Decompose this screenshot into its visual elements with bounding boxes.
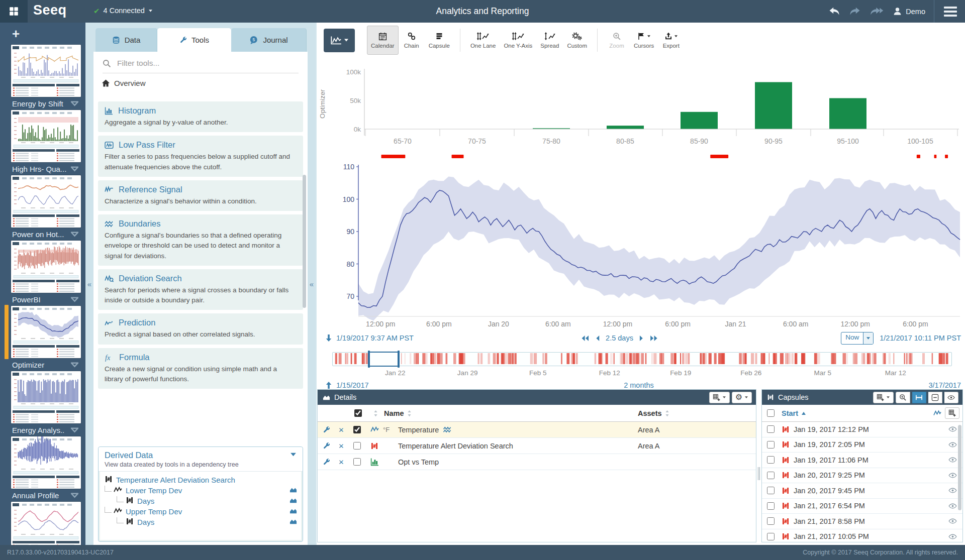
sidebar-collapse-strip[interactable]: « [85, 23, 93, 545]
eye-icon[interactable] [948, 502, 957, 510]
tab-data[interactable]: Data [95, 28, 157, 52]
eye-icon[interactable] [948, 517, 957, 525]
worksheet-item[interactable] [0, 502, 85, 545]
investigate-range-start[interactable]: 1/15/2017 [336, 381, 369, 389]
worksheet-label[interactable]: Energy Analys.. [12, 423, 78, 436]
cursors-button[interactable]: Cursors [630, 26, 658, 55]
worksheet-item-energy-analys[interactable]: Energy Analys.. [0, 371, 85, 436]
wrench-icon[interactable] [323, 426, 330, 433]
eye-icon[interactable] [948, 456, 957, 464]
item-name[interactable]: Temperature Alert Deviation Search [398, 442, 513, 450]
worksheet-thumbnail[interactable] [11, 371, 81, 423]
eye-icon[interactable] [948, 532, 957, 541]
capsule-button[interactable]: Capsule [425, 26, 454, 55]
worksheet-thumbnail[interactable] [11, 241, 81, 293]
details-row[interactable]: ✕Temperature Alert Deviation SearchArea … [318, 438, 756, 454]
capsule-row[interactable]: Jan 21, 2017 6:54 PM [762, 499, 962, 514]
time-scrubber[interactable] [332, 352, 952, 366]
panel-splitter-handle[interactable] [757, 467, 761, 480]
step-forward-icon[interactable] [639, 335, 644, 342]
arrow-up-icon[interactable] [326, 382, 332, 389]
tool-card-reference-signal[interactable]: Reference SignalCharacterize a signal's … [98, 180, 303, 211]
worksheet-label[interactable]: Energy by Shift [12, 97, 78, 110]
capsules-collapse-button[interactable] [928, 392, 942, 403]
worksheet-item-annual-profile[interactable]: Annual Profile [0, 436, 85, 502]
connection-status[interactable]: ✔ 4 Connected [93, 7, 153, 15]
tool-title[interactable]: Boundaries [119, 219, 160, 229]
eye-icon[interactable] [948, 425, 957, 433]
capsule-row[interactable]: Jan 19, 2017 11:06 PM [762, 453, 962, 468]
display-range-start[interactable]: 1/19/2017 9:37 AM PST [336, 334, 414, 342]
details-add-column-button[interactable] [709, 392, 730, 403]
capsule-row[interactable]: Jan 20, 2017 9:25 PM [762, 468, 962, 484]
display-range-duration[interactable]: 2.5 days [606, 334, 633, 342]
tool-title[interactable]: Deviation Search [119, 274, 182, 283]
hamburger-menu-button[interactable] [943, 5, 958, 19]
chevron-down-icon[interactable] [71, 493, 78, 498]
worksheet-thumbnail[interactable] [11, 436, 81, 489]
details-row-checkbox[interactable] [353, 442, 361, 450]
area-icon[interactable] [289, 486, 298, 494]
scrubber-handle-left[interactable] [368, 351, 370, 368]
tool-card-histogram[interactable]: HistogramAggregate a signal by y-value o… [98, 101, 303, 132]
scrubber-handle-right[interactable] [398, 351, 400, 368]
sort-icon[interactable] [373, 410, 378, 417]
one-lane-button[interactable]: One Lane [466, 26, 500, 55]
capsule-row[interactable]: Jan 20, 2017 9:45 PM [762, 483, 962, 499]
tools-collapse-strip[interactable]: « [308, 23, 316, 545]
worksheet-thumbnail[interactable] [11, 45, 81, 97]
capsules-add-stat-button[interactable] [945, 407, 959, 419]
capsule-checkbox[interactable] [767, 472, 775, 479]
capsule-checkbox[interactable] [767, 456, 775, 464]
tab-tools[interactable]: Tools [157, 28, 231, 52]
worksheet-label[interactable]: High Hrs- Qua... [12, 162, 78, 175]
tool-card-low-pass-filter[interactable]: Low Pass FilterFilter a series to pass f… [98, 136, 303, 177]
worksheet-item-powerbi[interactable]: PowerBI [0, 241, 85, 306]
redo-button[interactable] [849, 7, 861, 16]
tab-journal[interactable]: 5Journal [231, 28, 307, 52]
derived-item-label[interactable]: Days [137, 497, 154, 505]
worksheet-label[interactable]: Annual Profile [12, 489, 78, 502]
capsule-checkbox[interactable] [767, 441, 775, 449]
zoom-button[interactable]: Zoom [604, 26, 630, 55]
worksheet-item-energy-by-shift[interactable]: Energy by Shift [0, 45, 85, 110]
capsules-zoom-button[interactable] [896, 392, 910, 403]
remove-icon[interactable]: ✕ [338, 442, 344, 450]
details-sort-assets[interactable]: Assets [638, 409, 756, 417]
tool-title[interactable]: Low Pass Filter [119, 140, 175, 150]
wrench-icon[interactable] [323, 442, 330, 450]
details-row[interactable]: ✕Opt vs Temp [318, 454, 756, 470]
capsules-time-mode-button[interactable] [912, 392, 926, 403]
worksheet-thumbnail[interactable] [11, 110, 81, 162]
details-row-checkbox[interactable] [353, 426, 361, 433]
area-icon[interactable] [289, 507, 298, 515]
capsule-checkbox[interactable] [767, 517, 775, 525]
app-switcher-button[interactable] [0, 0, 28, 23]
worksheet-label[interactable]: Power on Hot... [12, 228, 78, 241]
details-sort-name[interactable]: Name [384, 409, 638, 417]
step-forward-much-icon[interactable] [650, 335, 658, 342]
capsules-visibility-button[interactable] [944, 392, 958, 403]
step-back-icon[interactable] [595, 335, 600, 342]
tool-card-prediction[interactable]: PredictionPredict a signal based on othe… [98, 313, 303, 344]
area-icon[interactable] [289, 497, 298, 504]
user-menu[interactable]: Demo [893, 7, 925, 16]
capsule-checkbox[interactable] [767, 533, 775, 540]
derived-tree-item[interactable]: Temperature Alert Deviation Search [105, 475, 298, 485]
item-name[interactable]: Opt vs Temp [398, 458, 439, 466]
remove-icon[interactable]: ✕ [338, 458, 344, 466]
capsule-row[interactable]: Jan 21, 2017 8:58 PM [762, 514, 962, 529]
sort-icon[interactable] [665, 410, 669, 417]
wrench-icon[interactable] [323, 458, 330, 466]
tool-card-deviation-search[interactable]: Deviation SearchSearch for periods where… [98, 269, 303, 310]
custom-button[interactable]: Custom [563, 26, 591, 55]
filter-tools-input[interactable] [116, 58, 299, 68]
chevron-down-icon[interactable] [71, 427, 78, 433]
chevron-down-icon[interactable] [71, 297, 78, 302]
chevron-down-icon[interactable] [71, 101, 78, 106]
derived-tree-item[interactable]: Days [105, 517, 298, 527]
chevron-down-icon[interactable] [71, 166, 78, 172]
now-button[interactable]: Now [841, 332, 874, 345]
chevron-down-icon[interactable] [290, 452, 297, 457]
derived-data-header[interactable]: Derived Data View data created by tools … [99, 447, 303, 472]
